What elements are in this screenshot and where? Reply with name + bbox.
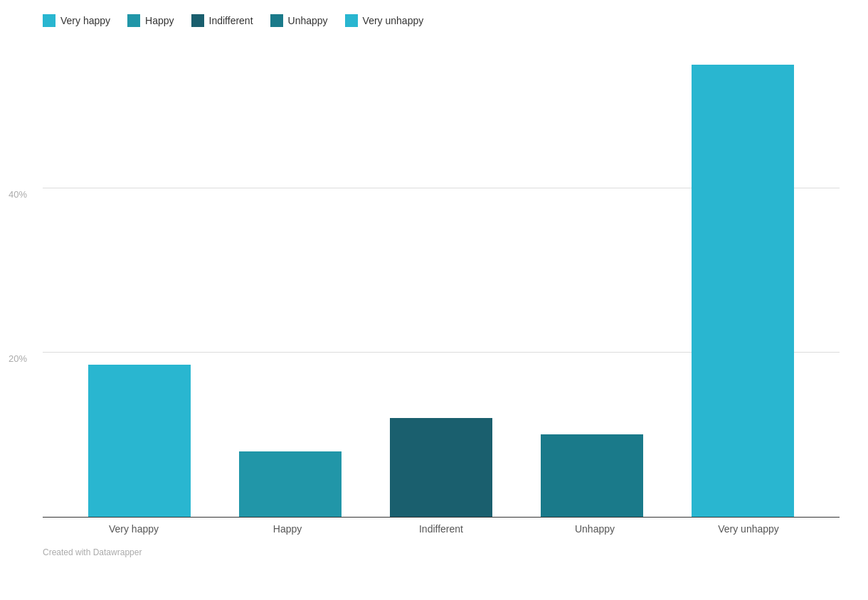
x-label-indifferent: Indifferent — [377, 523, 505, 535]
bar-indifferent — [390, 418, 492, 517]
legend-swatch-indifferent — [191, 14, 204, 27]
bar-very-happy — [88, 365, 191, 517]
legend-item-indifferent: Indifferent — [191, 14, 253, 27]
x-axis-line — [43, 517, 840, 518]
legend-swatch-unhappy — [270, 14, 283, 27]
legend-item-very-happy: Very happy — [43, 14, 110, 27]
bar-group-indifferent — [377, 48, 505, 517]
legend: Very happyHappyIndifferentUnhappyVery un… — [43, 14, 840, 27]
legend-swatch-happy — [127, 14, 140, 27]
grid-label-20: 20% — [9, 353, 27, 363]
x-label-happy: Happy — [223, 523, 351, 535]
legend-swatch-very-happy — [43, 14, 55, 27]
legend-label-unhappy: Unhappy — [288, 15, 328, 26]
legend-item-happy: Happy — [127, 14, 174, 27]
x-label-very-happy: Very happy — [70, 523, 198, 535]
legend-label-very-unhappy: Very unhappy — [363, 15, 424, 26]
legend-label-very-happy: Very happy — [60, 15, 110, 26]
x-label-very-unhappy: Very unhappy — [684, 523, 813, 535]
bar-very-unhappy — [692, 65, 794, 517]
legend-item-very-unhappy: Very unhappy — [345, 14, 424, 27]
bar-group-very-unhappy — [679, 48, 807, 517]
legend-label-indifferent: Indifferent — [209, 15, 253, 26]
x-label-unhappy: Unhappy — [531, 523, 659, 535]
bar-group-unhappy — [528, 48, 656, 517]
x-axis: Very happyHappyIndifferentUnhappyVery un… — [43, 523, 840, 535]
grid-label-40: 40% — [9, 188, 27, 199]
bar-group-happy — [226, 48, 354, 517]
legend-label-happy: Happy — [145, 15, 174, 26]
legend-swatch-very-unhappy — [345, 14, 358, 27]
bar-happy — [239, 451, 342, 517]
grid-and-bars: 40%20% — [43, 48, 840, 517]
bar-unhappy — [541, 434, 643, 517]
legend-item-unhappy: Unhappy — [270, 14, 328, 27]
chart-container: Very happyHappyIndifferentUnhappyVery un… — [0, 0, 868, 600]
bar-group-very-happy — [75, 48, 203, 517]
chart-area: 40%20% Very happyHappyIndifferentUnhappy… — [43, 48, 840, 535]
attribution: Created with Datawrapper — [43, 547, 840, 557]
bars-container — [43, 48, 840, 517]
